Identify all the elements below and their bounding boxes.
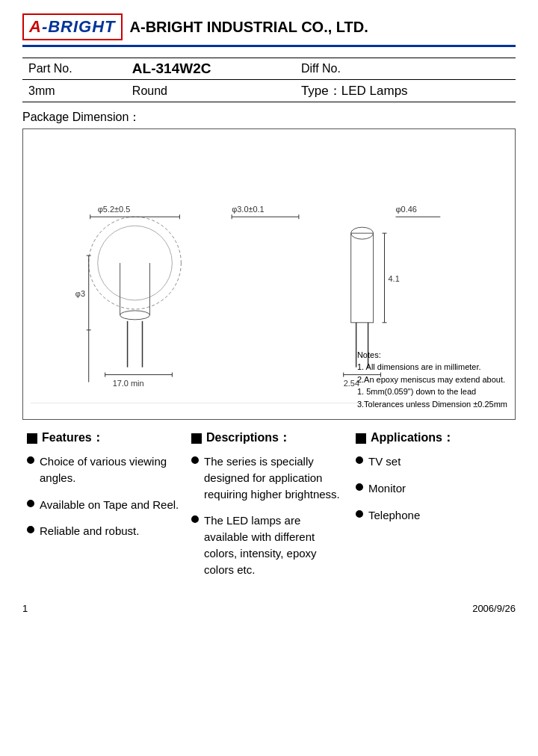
page-date: 2006/9/26 (472, 603, 516, 614)
descriptions-header: Descriptions： (191, 430, 347, 446)
list-item: Available on Tape and Reel. (27, 497, 182, 513)
features-column: Features： Choice of various viewing angl… (22, 430, 187, 588)
features-list: Choice of various viewing angles. Availa… (27, 453, 182, 539)
diagram-notes: Notes: 1. All dimensions are in millimet… (357, 349, 507, 411)
list-item: The series is specially designed for app… (191, 453, 347, 502)
type-value: Type：LED Lamps (295, 80, 516, 102)
bullet-icon (27, 526, 34, 533)
part-no-label: Part No. (22, 58, 126, 80)
applications-column: Applications： TV set Monitor Telephone (351, 430, 516, 588)
bullet-icon (191, 515, 199, 523)
fda-headers-row: Features： Choice of various viewing angl… (22, 430, 516, 588)
feature-item-1: Choice of various viewing angles. (40, 453, 182, 486)
svg-rect-23 (351, 233, 374, 323)
bullet-icon (356, 510, 363, 518)
features-header: Features： (27, 430, 182, 446)
company-logo: A-BRIGHT (22, 13, 123, 40)
package-dimension-title: Package Dimension： (22, 110, 516, 126)
bullet-icon (27, 456, 34, 464)
features-header-text: Features： (42, 430, 104, 446)
svg-text:φ3.0±0.1: φ3.0±0.1 (232, 205, 265, 214)
applications-bullet-icon (356, 433, 366, 444)
page-header: A-BRIGHT A-BRIGHT INDUSTRIAL CO., LTD. (22, 13, 516, 47)
descriptions-column: Descriptions： The series is specially de… (187, 430, 351, 588)
list-item: TV set (356, 453, 511, 470)
feature-item-2: Available on Tape and Reel. (40, 497, 179, 513)
logo-text: A-BRIGHT (29, 17, 116, 37)
applications-header-text: Applications： (371, 430, 454, 446)
features-bullet-icon (27, 433, 37, 444)
bullet-icon (191, 456, 199, 464)
application-item-3: Telephone (368, 507, 420, 524)
package-diagram: φ3 φ5.2±0.5 φ3.0±0.1 17.0 min 4.1 φ0.46 (22, 128, 516, 420)
description-item-2: The LED lamps are available with differe… (204, 512, 347, 577)
applications-header: Applications： (356, 430, 511, 446)
svg-text:φ5.2±0.5: φ5.2±0.5 (98, 205, 131, 214)
svg-text:17.0 min: 17.0 min (113, 379, 144, 388)
list-item: Reliable and robust. (27, 523, 182, 539)
page-number: 1 (22, 603, 28, 614)
descriptions-bullet-icon (191, 433, 202, 444)
description-item-1: The series is specially designed for app… (204, 453, 347, 502)
svg-text:φ0.46: φ0.46 (395, 205, 416, 214)
svg-point-2 (120, 311, 150, 320)
notes-line3: 1. 5mm(0.059") down to the lead (357, 387, 476, 396)
svg-text:φ3: φ3 (75, 289, 85, 298)
notes-title: Notes: (357, 350, 381, 359)
descriptions-list: The series is specially designed for app… (191, 453, 347, 577)
svg-text:4.1: 4.1 (389, 274, 400, 283)
list-item: Monitor (356, 480, 511, 497)
part-info-table: Part No. AL-314W2C Diff No. 3mm Round Ty… (22, 58, 516, 102)
bullet-icon (27, 500, 34, 507)
application-item-2: Monitor (368, 480, 406, 497)
part-no-value: AL-314W2C (126, 58, 295, 80)
notes-line1: 1. All dimensions are in millimeter. (357, 362, 481, 371)
list-item: Telephone (356, 507, 511, 524)
application-item-1: TV set (368, 453, 401, 470)
feature-item-3: Reliable and robust. (40, 523, 139, 539)
applications-list: TV set Monitor Telephone (356, 453, 511, 523)
bullet-icon (356, 456, 363, 464)
descriptions-header-text: Descriptions： (206, 430, 291, 446)
fda-section: Features： Choice of various viewing angl… (22, 430, 516, 588)
list-item: Choice of various viewing angles. (27, 453, 182, 486)
list-item: The LED lamps are available with differe… (191, 512, 347, 577)
svg-point-0 (89, 217, 182, 309)
notes-line2: 2.An epoxy meniscus may extend about. (357, 375, 505, 384)
size-value: 3mm (22, 80, 126, 102)
shape-value: Round (126, 80, 295, 102)
page-footer: 1 2006/9/26 (22, 603, 516, 614)
company-name: A-BRIGHT INDUSTRIAL CO., LTD. (130, 19, 368, 36)
diff-no-label: Diff No. (295, 58, 516, 80)
bullet-icon (356, 483, 363, 491)
notes-line4: 3.Tolerances unless Dimension ±0.25mm (357, 400, 507, 409)
svg-point-1 (98, 226, 173, 300)
